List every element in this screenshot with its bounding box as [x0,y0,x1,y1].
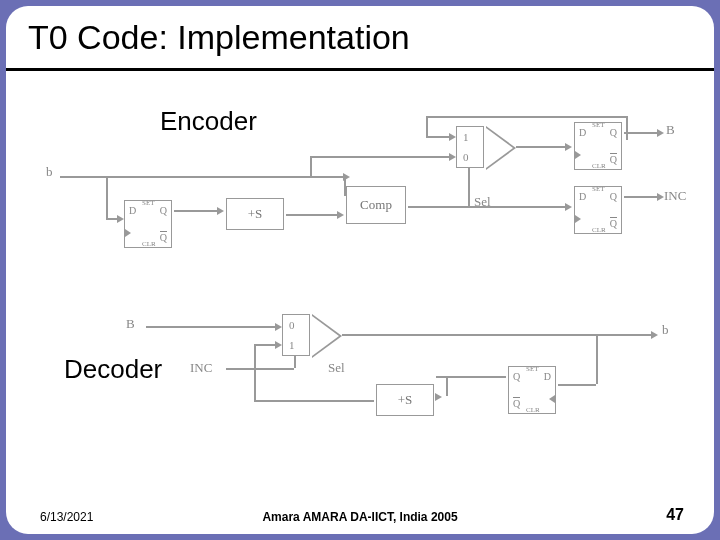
ff-clk [575,215,581,223]
ff-qbar: Q [610,218,617,229]
ff-d: D [129,205,136,216]
mux-encoder: 1 0 [456,126,484,168]
mux-in-0: 0 [289,319,295,331]
wire [286,214,338,216]
ff-set: SET [142,199,154,207]
ff-qbar: Q [513,398,520,409]
footer-page: 47 [666,506,684,524]
ff-set: SET [592,185,604,193]
mux-in-1: 1 [463,131,469,143]
ff-clr: CLR [592,162,606,170]
wire [342,334,652,336]
wire [624,132,658,134]
ff-set: SET [526,365,538,373]
wire [106,176,108,218]
wire [426,116,626,118]
wire [446,376,448,396]
wire [516,146,566,148]
ff-clk [575,151,581,159]
wire [146,326,276,328]
ff-clr: CLR [592,226,606,234]
mux-in-1: 1 [289,339,295,351]
wire [254,344,276,346]
ff-qbar: Q [610,154,617,165]
wire [174,210,218,212]
adder-encoder: +S [226,198,284,230]
ff-clr: CLR [142,240,156,248]
ff-d: D [579,191,586,202]
encoder-diagram: b D Q Q SET CLR +S Comp Sel 1 [46,136,666,296]
title-underline [6,68,714,71]
ff-d: D [544,371,551,382]
sel-label-dec: Sel [328,360,345,376]
page-title: T0 Code: Implementation [28,18,410,57]
wire [310,156,312,176]
mux-tri-icon [312,314,342,358]
flipflop-INC: D Q Q SET CLR [574,186,622,234]
flipflop-B: D Q Q SET CLR [574,122,622,170]
ff-q: Q [610,191,617,202]
encoder-label: Encoder [160,106,257,137]
wire [226,368,294,370]
out-INC: INC [664,188,686,204]
ff-clk [125,229,131,237]
mux-tri-icon [486,126,516,170]
adder-decoder: +S [376,384,434,416]
flipflop-encoder-delay: D Q Q SET CLR [124,200,172,248]
wire [254,344,256,402]
wire [558,384,596,386]
ff-set: SET [592,121,604,129]
wire [626,116,628,140]
footer-center: Amara AMARA DA-IICT, India 2005 [6,510,714,524]
ff-clk [549,395,555,403]
wire [470,206,566,208]
decoder-diagram: B INC Sel 0 1 b D Q Q SET CLR +S [126,316,686,466]
out-B: B [666,122,675,138]
slide: T0 Code: Implementation Encoder Decoder … [6,6,714,534]
wire [106,218,118,220]
ff-q: Q [513,371,520,382]
wire [596,334,598,384]
mux-decoder: 0 1 [282,314,310,356]
wire [468,166,470,208]
comparator: Comp [346,186,406,224]
in-B: B [126,316,135,332]
footer: 6/13/2021 Amara AMARA DA-IICT, India 200… [6,502,714,524]
wire [408,206,468,208]
flipflop-decoder: D Q Q SET CLR [508,366,556,414]
wire [310,156,450,158]
out-b: b [662,322,669,338]
wire [624,196,658,198]
ff-qbar: Q [160,232,167,243]
wire [294,356,296,368]
in-INC: INC [190,360,212,376]
wire [254,400,374,402]
ff-q: Q [610,127,617,138]
ff-d: D [579,127,586,138]
wire [426,136,450,138]
ff-clr: CLR [526,406,540,414]
sel-label-enc: Sel [474,194,491,210]
wire [60,176,344,178]
encoder-input-b: b [46,164,53,180]
ff-q: Q [160,205,167,216]
wire [426,116,428,136]
wire [344,176,346,196]
mux-in-0: 0 [463,151,469,163]
